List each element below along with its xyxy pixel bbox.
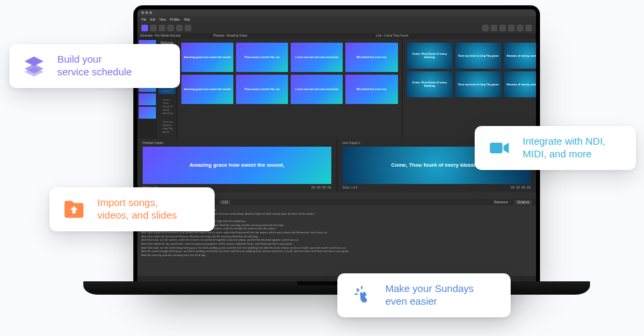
window-control[interactable] — [141, 11, 144, 14]
toolbar — [137, 23, 536, 33]
schedule-thumb[interactable] — [139, 107, 156, 119]
panel-title-preview: Preview - Amazing Grace — [211, 33, 373, 39]
callout-text: Build your service schedule — [57, 53, 132, 79]
menu-item[interactable]: Profiles — [170, 18, 180, 21]
transport-button[interactable] — [317, 186, 321, 189]
svg-rect-2 — [361, 286, 363, 289]
slide-thumb[interactable]: That saved a wretch like me — [236, 43, 288, 72]
slide-thumb[interactable]: Streams of mercy, never ceasing — [504, 43, 536, 69]
transport-button[interactable] — [322, 186, 326, 189]
callout-text: Import songs, videos, and slides — [97, 197, 177, 222]
slide-thumb[interactable]: Come, Thou Fount of every blessing — [407, 71, 453, 97]
video-camera-icon — [487, 135, 512, 161]
window-titlebar — [137, 9, 536, 16]
panel-title-schedule: Schedule - Pro Media Keynote — [137, 33, 211, 39]
folder-upload-icon — [61, 197, 87, 222]
transport-button[interactable] — [527, 186, 531, 189]
scripture-verses-select[interactable]: 1-12 — [219, 200, 231, 205]
preview-panel: Amazing grace how sweet the sound That s… — [177, 39, 403, 139]
main-area: Welcome Church Welcome Amazing Grace Com… — [137, 39, 536, 139]
transport-controls — [311, 186, 331, 189]
toolbar-button[interactable] — [159, 25, 165, 31]
toolbar-button[interactable] — [176, 25, 183, 31]
schedule-subitem[interactable]: Tune my heart to sing Thy grace — [159, 119, 175, 135]
preview-output-pane: Preview Output Amazing grace how sweet t… — [137, 139, 337, 192]
toolbar-button[interactable] — [525, 25, 532, 31]
scripture-search-label: Reference — [494, 201, 508, 204]
schedule-subitem[interactable]: Verse 1 — [159, 88, 175, 94]
transport-button[interactable] — [516, 186, 520, 189]
slide-thumb[interactable]: Amazing grace how sweet the sound — [181, 43, 233, 72]
toolbar-button[interactable] — [517, 25, 523, 31]
callout-import: Import songs, videos, and slides — [49, 187, 215, 231]
callout-text: Integrate with NDI, MIDI, and more — [523, 135, 605, 161]
toolbar-button[interactable] — [508, 25, 515, 31]
slide-thumb[interactable]: I once was lost but now am found — [291, 75, 343, 104]
menubar: File Edit View Profiles Help — [137, 16, 536, 23]
slide-thumb[interactable]: Streams of mercy, never ceasing — [504, 71, 536, 97]
toolbar-button[interactable] — [499, 25, 506, 31]
panel-header-row: Schedule - Pro Media Keynote Preview - A… — [137, 33, 536, 39]
live-slide-counter: Slide 1 of 6 — [343, 186, 358, 189]
transport-controls — [511, 186, 531, 189]
svg-rect-0 — [490, 143, 503, 153]
toolbar-button[interactable] — [150, 25, 157, 31]
slide-thumb[interactable]: Tune my heart to sing Thy grace — [455, 71, 501, 97]
toolbar-button[interactable] — [141, 25, 148, 31]
menu-item[interactable]: View — [159, 18, 166, 21]
menu-item[interactable]: File — [141, 18, 146, 21]
scripture-line: And the evening and the morning were the… — [141, 253, 532, 257]
laptop-base — [83, 281, 590, 295]
schedule-subitem[interactable]: Come, Thou Fount of every blessing — [159, 97, 175, 116]
toolbar-button[interactable] — [491, 25, 497, 31]
slide-thumb[interactable]: Was blind but now I see — [345, 43, 397, 72]
callout-schedule: Build your service schedule — [9, 44, 180, 88]
menu-item[interactable]: Help — [184, 18, 190, 21]
preview-output-title: Preview Output — [143, 141, 331, 147]
slide-thumb[interactable]: I once was lost but now am found — [291, 43, 343, 72]
transport-button[interactable] — [311, 186, 315, 189]
slide-thumb[interactable]: That saved a wretch like me — [236, 75, 288, 104]
toolbar-button[interactable] — [185, 25, 191, 31]
callout-text: Make your Sundays even easier — [385, 283, 474, 308]
preview-output-slide[interactable]: Amazing grace how sweet the sound, — [143, 147, 331, 184]
transport-button[interactable] — [511, 186, 515, 189]
layers-icon — [21, 53, 47, 79]
callout-sundays: Make your Sundays even easier — [337, 273, 511, 317]
snap-fingers-icon — [349, 283, 375, 308]
schedule-thumb[interactable] — [139, 93, 156, 105]
slide-thumb[interactable]: Come, Thou Fount of every blessing — [407, 43, 453, 69]
window-control[interactable] — [145, 11, 148, 14]
toolbar-button[interactable] — [482, 25, 489, 31]
toolbar-button[interactable] — [167, 25, 174, 31]
callout-ndi: Integrate with NDI, MIDI, and more — [475, 126, 636, 170]
menu-item[interactable]: Edit — [150, 18, 155, 21]
scripture-search-input[interactable]: Scripture — [515, 200, 532, 205]
transport-button[interactable] — [327, 186, 331, 189]
slide-thumb[interactable]: Amazing grace how sweet the sound — [181, 75, 233, 104]
slide-thumb[interactable]: Tune my heart to sing Thy grace — [455, 43, 501, 69]
window-control[interactable] — [149, 11, 152, 14]
svg-rect-3 — [355, 293, 358, 295]
panel-title-live: Live - Come Thou Fount — [373, 33, 536, 39]
transport-button[interactable] — [521, 186, 525, 189]
slide-thumb[interactable]: Was blind but now I see — [345, 75, 397, 104]
live-panel: Come, Thou Fount of every blessing Tune … — [403, 39, 536, 139]
